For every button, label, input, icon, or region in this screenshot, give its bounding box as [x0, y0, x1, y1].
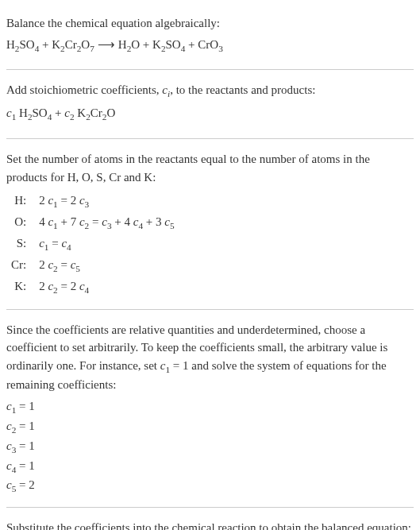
intro-text-4: Since the coefficients are relative quan… [6, 321, 414, 394]
intro-text-2: Add stoichiometric coefficients, ci, to … [6, 81, 414, 101]
section-add-coefficients: Add stoichiometric coefficients, ci, to … [6, 75, 414, 133]
divider [6, 309, 414, 310]
equation-cell: 2 c1 = 2 c3 [34, 191, 179, 212]
table-row: Cr: 2 c2 = c5 [6, 255, 179, 277]
intro-text-1: Balance the chemical equation algebraica… [6, 14, 414, 33]
arrow-icon: ⟶ [98, 36, 115, 54]
coeff-row: c4 = 1 [6, 457, 414, 477]
element-label: S: [6, 234, 34, 255]
section-solve: Since the coefficients are relative quan… [6, 315, 414, 503]
equation-cell: c1 = c4 [34, 234, 179, 255]
table-row: K: 2 c2 = 2 c4 [6, 277, 179, 298]
table-row: H: 2 c1 = 2 c3 [6, 191, 179, 212]
element-label: O: [6, 212, 34, 234]
equation-unbalanced: H2SO4 + K2Cr2O7 ⟶ H2O + K2SO4 + CrO3 [6, 36, 414, 56]
equation-cell: 2 c2 = c5 [34, 255, 179, 277]
coeff-row: c1 = 1 [6, 397, 414, 417]
divider [6, 138, 414, 139]
table-row: S: c1 = c4 [6, 234, 179, 255]
coeff-row: c2 = 1 [6, 417, 414, 437]
element-label: H: [6, 191, 34, 212]
intro-text-5: Substitute the coefficients into the che… [6, 519, 414, 530]
coefficient-list: c1 = 1 c2 = 1 c3 = 1 c4 = 1 c5 = 2 [6, 397, 414, 496]
intro-text-3: Set the number of atoms in the reactants… [6, 150, 414, 186]
equation-cell: 4 c1 + 7 c2 = c3 + 4 c4 + 3 c5 [34, 212, 179, 234]
section-balance-intro: Balance the chemical equation algebraica… [6, 8, 414, 64]
section-answer: Substitute the coefficients into the che… [6, 513, 414, 530]
equation-with-coefficients: c1 H2SO4 + c2 K2Cr2O [6, 104, 414, 124]
coeff-row: c3 = 1 [6, 437, 414, 457]
table-row: O: 4 c1 + 7 c2 = c3 + 4 c4 + 3 c5 [6, 212, 179, 234]
atom-balance-table: H: 2 c1 = 2 c3 O: 4 c1 + 7 c2 = c3 + 4 c… [6, 191, 179, 297]
section-atom-equations: Set the number of atoms in the reactants… [6, 144, 414, 304]
coeff-row: c5 = 2 [6, 476, 414, 496]
element-label: Cr: [6, 255, 34, 277]
equation-cell: 2 c2 = 2 c4 [34, 277, 179, 298]
element-label: K: [6, 277, 34, 298]
divider [6, 507, 414, 508]
divider [6, 69, 414, 70]
